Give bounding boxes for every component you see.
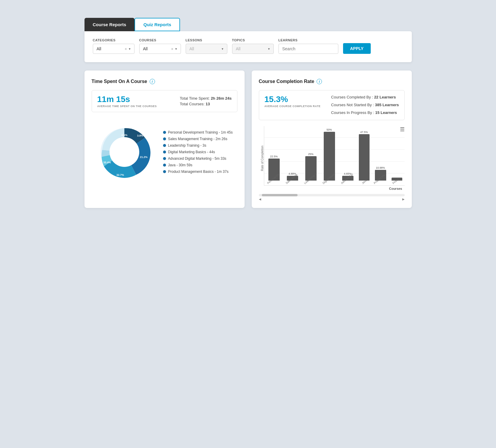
avg-completion-value: 15.3% (265, 95, 321, 104)
categories-value: All (97, 46, 123, 51)
courses-arrow-icon: ▾ (175, 47, 177, 51)
topics-arrow-icon: ▾ (268, 47, 270, 51)
legend-dot-3 (163, 151, 166, 153)
svg-point-1 (109, 137, 139, 167)
tab-quiz-reports[interactable]: Quiz Reports (134, 18, 180, 31)
total-courses-row: Total Courses: 13 (180, 102, 231, 106)
courses-label: COURSES (139, 38, 181, 42)
bar (359, 134, 370, 180)
bar-group: 50%Digital Marketi... (322, 128, 337, 185)
legend-item-0: Personal Development Training - 1m 45s (163, 130, 233, 134)
bars-wrapper: 22.5%Personal De...4.88%Sales Mana...25%… (264, 126, 405, 186)
legend-dot-5 (163, 164, 166, 167)
avg-time-value: 11m 15s (97, 95, 157, 104)
legend-item-2: Leadership Training - 3s (163, 143, 233, 148)
svg-text:33.4%: 33.4% (103, 161, 111, 164)
scrollbar-track[interactable] (259, 194, 405, 196)
tab-course-reports[interactable]: Course Reports (85, 18, 135, 31)
bar-group: 4.88%Sales Mana... (285, 172, 300, 185)
bar-group: 4.65%Advanced Di... (340, 172, 355, 185)
lessons-arrow-icon: ▾ (222, 47, 223, 51)
x-axis-title: Courses (264, 187, 405, 190)
donut-legend: Personal Development Training - 1m 45s S… (163, 130, 233, 174)
topics-select[interactable]: All ▾ (232, 44, 274, 54)
legend-dot-1 (163, 137, 166, 140)
categories-label: CATEGORIES (93, 38, 134, 42)
completion-details: Courses Completed By : 22 Learners Cours… (331, 95, 399, 116)
legend-item-4: Advanced Digital Marketing - 5m 33s (163, 156, 233, 161)
bar-group: 22.5%Personal De... (267, 155, 281, 185)
donut-chart: 4.5% 3.8% 21.2% 32.7% 33.4% (92, 119, 157, 185)
content-row: Time Spent On A Course i 11m 15s AVERAGE… (85, 71, 412, 208)
legend-dot-6 (163, 170, 166, 173)
svg-text:21.2%: 21.2% (140, 156, 148, 159)
legend-dot-2 (163, 144, 166, 147)
completion-stat-box: 15.3% AVERAGE COURSE COMPLETION RATE Cou… (259, 90, 405, 120)
topics-value: All (236, 46, 266, 51)
categories-clear-icon[interactable]: × (125, 47, 127, 51)
completion-stat-main: 15.3% AVERAGE COURSE COMPLETION RATE (265, 95, 321, 108)
bar-group: First A... (392, 177, 402, 185)
bar-value-label: 10.98% (376, 166, 385, 169)
filter-row: CATEGORIES All × ▾ COURSES All × ▾ LESSO… (93, 38, 403, 54)
scroll-arrows: ◀ ▶ (259, 198, 405, 201)
time-stat-main: 11m 15s AVERAGE TIME SPENT ON THE COURSE… (97, 95, 157, 108)
svg-text:3.8%: 3.8% (137, 134, 143, 137)
courses-clear-icon[interactable]: × (171, 47, 173, 51)
legend-item-5: Java - 30m 59s (163, 163, 233, 167)
legend-dot-0 (163, 131, 166, 134)
lessons-filter-group: LESSONS All ▾ (186, 38, 227, 54)
bar-group: 25%Leadership Tr... (303, 153, 318, 185)
avg-completion-label: AVERAGE COURSE COMPLETION RATE (265, 105, 321, 108)
learners-filter-group: LEARNERS (278, 38, 338, 54)
not-started-row: Courses Not Started By : 385 Learners (331, 102, 399, 108)
legend-item-1: Sales Management Training - 2m 26s (163, 137, 233, 141)
completion-info-icon[interactable]: i (317, 79, 322, 84)
scroll-left-icon[interactable]: ◀ (259, 198, 261, 201)
time-stat-box: 11m 15s AVERAGE TIME SPENT ON THE COURSE… (92, 90, 237, 112)
avg-time-label: AVERAGE TIME SPENT ON THE COURSES (97, 105, 157, 108)
bar-value-label: 25% (308, 153, 313, 156)
apply-button[interactable]: APPLY (343, 43, 371, 54)
courses-value: All (143, 46, 169, 51)
filter-panel: CATEGORIES All × ▾ COURSES All × ▾ LESSO… (85, 31, 412, 62)
categories-arrow-icon: ▾ (129, 47, 131, 51)
legend-dot-4 (163, 157, 166, 160)
time-info-icon[interactable]: i (150, 79, 155, 84)
in-progress-row: Courses In Progress By : 15 Learners (331, 110, 399, 115)
scroll-right-icon[interactable]: ▶ (402, 198, 405, 201)
legend-item-6: Product Management Basics - 1m 37s (163, 170, 233, 174)
svg-text:32.7%: 32.7% (116, 173, 124, 176)
lessons-value: All (190, 46, 220, 51)
bar-group: 10.98%Product Ma... (373, 166, 388, 185)
topics-label: TOPICS (232, 38, 274, 42)
completion-card-title: Course Completion Rate i (259, 79, 405, 84)
donut-section: 4.5% 3.8% 21.2% 32.7% 33.4% Personal Dev… (92, 119, 237, 185)
categories-filter-group: CATEGORIES All × ▾ (93, 38, 134, 54)
svg-text:4.5%: 4.5% (121, 134, 127, 137)
completed-row: Courses Completed By : 22 Learners (331, 95, 399, 100)
legend-item-3: Digital Marketing Basics - 44s (163, 150, 233, 154)
learners-search-input[interactable] (278, 44, 338, 54)
completion-rate-card: Course Completion Rate i 15.3% AVERAGE C… (252, 71, 412, 208)
courses-filter-group: COURSES All × ▾ (139, 38, 181, 54)
main-container: Course Reports Quiz Reports CATEGORIES A… (85, 18, 412, 208)
bar-group: 47.5%Java (359, 131, 370, 185)
bar-value-label: 50% (326, 128, 332, 131)
bar-value-label: 47.5% (360, 131, 368, 134)
bar-chart-area: ☰ Rate of Completion (259, 126, 405, 201)
total-time-row: Total Time Spent: 2h 26m 24s (180, 96, 231, 101)
chart-container: Rate of Completion (259, 126, 405, 190)
courses-select[interactable]: All × ▾ (139, 44, 181, 54)
topics-filter-group: TOPICS All ▾ (232, 38, 274, 54)
bar-chart: 22.5%Personal De...4.88%Sales Mana...25%… (264, 126, 405, 190)
time-stat-details: Total Time Spent: 2h 26m 24s Total Cours… (180, 96, 231, 106)
lessons-select[interactable]: All ▾ (186, 44, 227, 54)
time-card-title: Time Spent On A Course i (92, 79, 237, 84)
categories-select[interactable]: All × ▾ (93, 44, 134, 54)
bar-value-label: 22.5% (270, 155, 278, 158)
tabs-bar: Course Reports Quiz Reports (85, 18, 412, 31)
scrollbar-thumb[interactable] (262, 194, 298, 196)
learners-label: LEARNERS (278, 38, 338, 42)
lessons-label: LESSONS (186, 38, 227, 42)
